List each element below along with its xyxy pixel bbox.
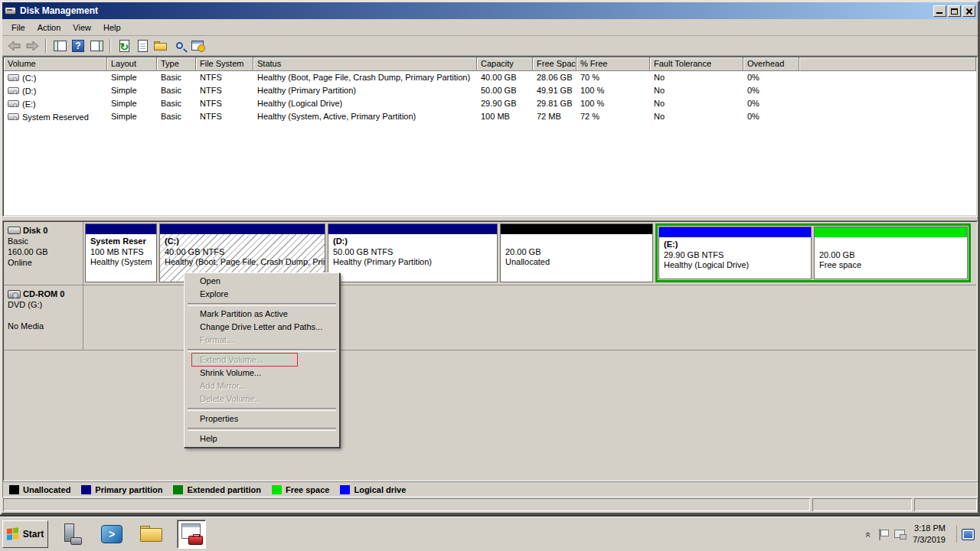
volume-row-system-reserved[interactable]: System ReservedSimpleBasicNTFSHealthy (S… bbox=[4, 110, 976, 123]
context-menu-item-mark-partition-as-active[interactable]: Mark Partition as Active bbox=[186, 308, 338, 321]
partition-color-bar bbox=[160, 224, 325, 234]
disk-icon bbox=[8, 227, 21, 234]
context-menu-item-properties[interactable]: Properties bbox=[186, 412, 338, 425]
start-label: Start bbox=[23, 529, 44, 540]
action-center-flag-icon[interactable] bbox=[877, 529, 888, 540]
volume-cell: 100 % bbox=[577, 97, 650, 110]
volume-cell-filler bbox=[799, 110, 976, 123]
legend-bar: UnallocatedPrimary partitionExtended par… bbox=[2, 481, 978, 497]
console-tree-icon[interactable] bbox=[51, 37, 68, 54]
context-menu-item-shrink-volume[interactable]: Shrink Volume... bbox=[186, 367, 338, 380]
partition-system-reserved[interactable]: System Reser100 MB NTFSHealthy (System bbox=[85, 223, 157, 282]
partition-unallocated[interactable]: 20.00 GBUnallocated bbox=[500, 223, 653, 282]
volume-row-d[interactable]: (D:)SimpleBasicNTFSHealthy (Primary Part… bbox=[4, 84, 976, 97]
partition-line: 20.00 GB bbox=[819, 250, 965, 260]
context-menu-item-explore[interactable]: Explore bbox=[186, 288, 338, 301]
minimize-button[interactable] bbox=[933, 5, 946, 17]
taskbar-app-server-manager[interactable] bbox=[57, 520, 87, 549]
system-tray: » 3:18 PM 7/3/2019 bbox=[862, 520, 978, 549]
cdrom0-label[interactable]: CD-ROM 0DVD (G:) No Media bbox=[4, 285, 83, 350]
forward-icon[interactable] bbox=[24, 37, 41, 54]
volume-row-c[interactable]: (C:)SimpleBasicNTFSHealthy (Boot, Page F… bbox=[4, 71, 976, 84]
taskbar-app-file-explorer[interactable] bbox=[137, 520, 166, 549]
volume-cell: No bbox=[650, 110, 743, 123]
back-icon[interactable] bbox=[5, 37, 22, 54]
column-header-capacity[interactable]: Capacity bbox=[477, 57, 533, 71]
volume-row-e[interactable]: (E:)SimpleBasicNTFSHealthy (Logical Driv… bbox=[4, 97, 976, 110]
refresh-icon[interactable]: ↻ bbox=[116, 37, 132, 54]
volume-cell: 0% bbox=[743, 84, 799, 97]
volume-cell: Healthy (Logical Drive) bbox=[253, 97, 477, 110]
context-menu-item-change-drive-letter-and-paths[interactable]: Change Drive Letter and Paths... bbox=[186, 321, 338, 334]
partition-d[interactable]: (D:)50.00 GB NTFSHealthy (Primary Partit… bbox=[328, 223, 498, 282]
volume-icon bbox=[8, 87, 19, 94]
maximize-button[interactable] bbox=[948, 5, 961, 17]
column-header-layout[interactable]: Layout bbox=[107, 57, 157, 71]
show-hidden-icons-button[interactable]: » bbox=[861, 530, 873, 539]
menu-view[interactable]: View bbox=[67, 21, 97, 34]
network-icon[interactable] bbox=[894, 529, 906, 540]
disk-settings-icon[interactable] bbox=[189, 37, 206, 54]
volume-cell: 72 % bbox=[577, 110, 650, 123]
volume-cell: Basic bbox=[157, 71, 196, 84]
partition-free-space[interactable]: 20.00 GBFree space bbox=[814, 227, 968, 279]
menu-action[interactable]: Action bbox=[31, 21, 67, 34]
partition-e[interactable]: (E:)29.90 GB NTFSHealthy (Logical Drive) bbox=[658, 227, 812, 279]
start-button[interactable]: Start bbox=[2, 520, 48, 548]
taskbar-app-powershell[interactable]: > bbox=[97, 520, 126, 549]
volume-list: VolumeLayoutTypeFile SystemStatusCapacit… bbox=[2, 56, 978, 217]
disk-label-line: 160.00 GB bbox=[8, 246, 80, 257]
column-header--free[interactable]: % Free bbox=[577, 57, 650, 71]
disk0-label[interactable]: Disk 0Basic160.00 GBOnline bbox=[4, 222, 83, 285]
disk-label-line: DVD (G:) bbox=[8, 299, 80, 310]
legend-extended-partition: Extended partition bbox=[173, 485, 261, 494]
context-menu-separator bbox=[186, 301, 338, 308]
show-desktop-button[interactable] bbox=[956, 526, 975, 543]
taskbar-app-computer-management[interactable] bbox=[177, 520, 206, 549]
legend-swatch bbox=[9, 485, 19, 494]
volume-cell: 29.90 GB bbox=[477, 97, 533, 110]
volume-cell: Simple bbox=[107, 110, 157, 123]
toolbar-separator bbox=[45, 39, 47, 53]
volume-cell: 100 MB bbox=[477, 110, 533, 123]
column-header-overhead[interactable]: Overhead bbox=[743, 57, 799, 71]
taskbar: Start > » 3:18 PM 7/3/2019 bbox=[0, 517, 980, 551]
partition-title: (D:) bbox=[333, 236, 495, 247]
volume-cell: 40.00 GB bbox=[477, 71, 533, 84]
volume-cell: 50.00 GB bbox=[477, 84, 533, 97]
window-title: Disk Management bbox=[20, 5, 933, 16]
column-header-status[interactable]: Status bbox=[253, 57, 477, 71]
taskbar-clock[interactable]: 3:18 PM 7/3/2019 bbox=[913, 523, 950, 546]
partition-title: System Reser bbox=[90, 236, 155, 247]
cdrom0-row: CD-ROM 0DVD (G:) No Media bbox=[4, 285, 976, 350]
legend-label: Primary partition bbox=[95, 485, 162, 494]
disk0-row: Disk 0Basic160.00 GBOnlineSystem Reser10… bbox=[4, 222, 976, 285]
context-menu-item-help[interactable]: Help bbox=[186, 432, 338, 445]
partition-line: Healthy (Logical Drive) bbox=[664, 260, 809, 270]
column-header-type[interactable]: Type bbox=[157, 57, 196, 71]
help-icon[interactable]: ? bbox=[70, 37, 87, 54]
column-header-file-system[interactable]: File System bbox=[196, 57, 253, 71]
context-menu-item-open[interactable]: Open bbox=[186, 275, 338, 288]
desktop-monitor-icon bbox=[962, 529, 975, 540]
close-button[interactable] bbox=[962, 5, 975, 17]
properties-icon[interactable] bbox=[134, 37, 151, 54]
volume-cell: Basic bbox=[157, 84, 196, 97]
legend-label: Extended partition bbox=[187, 485, 261, 494]
find-icon[interactable] bbox=[171, 37, 188, 54]
partition-title: (E:) bbox=[664, 240, 809, 250]
partition-color-bar bbox=[501, 224, 652, 234]
menu-help[interactable]: Help bbox=[97, 21, 127, 34]
extended-partition: (E:)29.90 GB NTFSHealthy (Logical Drive)… bbox=[655, 223, 971, 282]
menu-file[interactable]: File bbox=[5, 21, 31, 34]
column-header-volume[interactable]: Volume bbox=[4, 57, 107, 71]
volume-cell: Healthy (System, Active, Primary Partiti… bbox=[253, 110, 477, 123]
open-folder-icon[interactable] bbox=[152, 37, 169, 54]
disk-management-window: Disk Management FileActionViewHelp ?↻ Vo… bbox=[0, 0, 980, 515]
column-header-fault-tolerance[interactable]: Fault Tolerance bbox=[650, 57, 743, 71]
column-header-free-space[interactable]: Free Space bbox=[533, 57, 577, 71]
volume-cell: 0% bbox=[743, 97, 799, 110]
volume-cell: Simple bbox=[107, 71, 157, 84]
action-pane-icon[interactable] bbox=[88, 37, 105, 54]
partition-title bbox=[819, 240, 965, 250]
